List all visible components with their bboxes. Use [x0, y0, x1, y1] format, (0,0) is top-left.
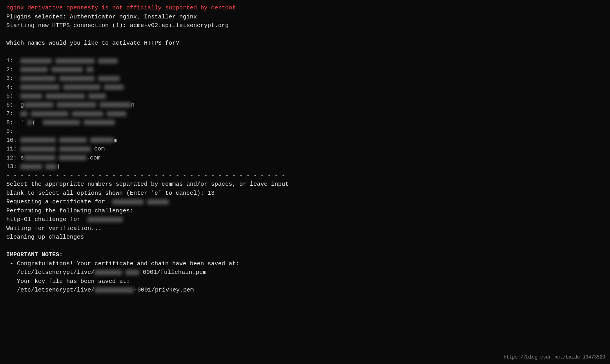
important-notes-line: IMPORTANT NOTES: — [6, 251, 604, 260]
list-item-2: 2: — [6, 66, 604, 75]
list-item-4: 4: — [6, 83, 604, 92]
list-item-5: 5: — [6, 92, 604, 101]
performing-line: Performing the following challenges: — [6, 207, 604, 216]
list-item-10: 10: m — [6, 136, 604, 145]
list-item-9: 9: — [6, 127, 604, 136]
warning-line: nginx derivative openresty is not offici… — [6, 4, 604, 13]
http01-line: http-01 challenge for — [6, 216, 604, 225]
footer-link: https://blog.csdn.net/baidu_19473529 — [504, 354, 605, 361]
list-item-1: 1: — [6, 57, 604, 66]
list-item-13: 13: ) — [6, 163, 604, 172]
list-item-8: 8: ' ( — [6, 119, 604, 128]
congrats-line: - Congratulations! Your certificate and … — [6, 260, 604, 269]
waiting-line: Waiting for verification... — [6, 225, 604, 234]
requesting-line: Requesting a certificate for — [6, 198, 604, 207]
cert-path-line: /etc/letsencrypt/live/ 0001/fullchain.pe… — [6, 268, 604, 277]
plugins-line: Plugins selected: Authenticator nginx, I… — [6, 13, 604, 22]
blank-text-line: blank to select all options shown (Enter… — [6, 189, 604, 198]
list-item-12: 12: s .com — [6, 154, 604, 163]
key-path-line: /etc/letsencrypt/live/-0001/privkey.pem — [6, 286, 604, 295]
terminal-window: nginx derivative openresty is not offici… — [0, 0, 610, 311]
list-item-3: 3: — [6, 74, 604, 83]
cleaning-line: Cleaning up challenges — [6, 233, 604, 242]
https-connection-line: Starting new HTTPS connection (1): acme-… — [6, 22, 604, 31]
select-text-line: Select the appropriate numbers separated… — [6, 180, 604, 189]
separator-top: - - - - - - - - - - - - - - - - - - - - … — [6, 48, 604, 57]
separator-bottom: - - - - - - - - - - - - - - - - - - - - … — [6, 172, 604, 181]
list-item-6: 6: g n — [6, 101, 604, 110]
list-item-7: 7: — [6, 110, 604, 119]
key-saved-line: Your key file has been saved at: — [6, 277, 604, 286]
list-item-11: 11: com — [6, 145, 604, 154]
which-names-line: Which names would you like to activate H… — [6, 39, 604, 48]
